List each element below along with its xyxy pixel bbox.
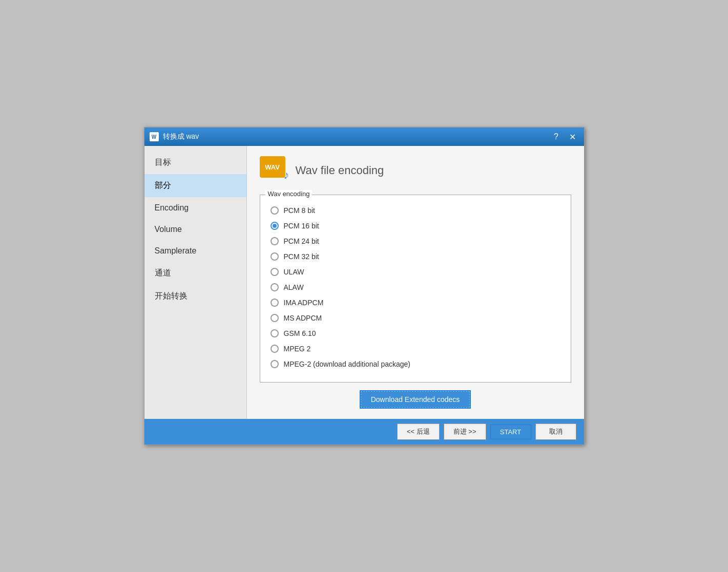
window-title: 转换成 wav [163, 132, 199, 141]
window-body: 目标部分EncodingVolumeSamplerate通道开始转换 WAV ♪… [144, 146, 584, 419]
radio-label-mpeg2_ext: MPEG-2 (download additional package) [284, 360, 410, 368]
encoding-group-label: Wav encoding [265, 190, 313, 198]
wav-icon-text: WAV [265, 163, 280, 171]
radio-option-pcm16[interactable]: PCM 16 bit [271, 218, 560, 234]
radio-option-pcm32[interactable]: PCM 32 bit [271, 249, 560, 264]
radio-option-pcm8[interactable]: PCM 8 bit [271, 203, 560, 218]
sidebar-item-channel[interactable]: 通道 [144, 262, 246, 285]
download-section: Download Extended codecs [260, 390, 571, 409]
radio-ms_adpcm[interactable] [271, 314, 279, 322]
window-footer: << 后退 前进 >> START 取消 [144, 419, 584, 444]
radio-label-mpeg2: MPEG 2 [284, 345, 311, 353]
radio-label-pcm24: PCM 24 bit [284, 237, 319, 245]
radio-ima_adpcm[interactable] [271, 299, 279, 307]
radio-option-ima_adpcm[interactable]: IMA ADPCM [271, 295, 560, 310]
radio-option-ms_adpcm[interactable]: MS ADPCM [271, 310, 560, 326]
radio-option-gsm610[interactable]: GSM 6.10 [271, 326, 560, 341]
help-button[interactable]: ? [550, 131, 563, 143]
radio-label-ms_adpcm: MS ADPCM [284, 314, 322, 322]
wav-icon: WAV ♪ [260, 156, 288, 184]
radio-mpeg2[interactable] [271, 345, 279, 353]
radio-option-mpeg2[interactable]: MPEG 2 [271, 341, 560, 356]
cancel-button[interactable]: 取消 [535, 423, 576, 440]
sidebar-item-start[interactable]: 开始转换 [144, 285, 246, 308]
download-extended-codecs-button[interactable]: Download Extended codecs [360, 390, 471, 409]
radio-pcm8[interactable] [271, 206, 279, 215]
radio-mpeg2_ext[interactable] [271, 360, 279, 368]
radio-option-pcm24[interactable]: PCM 24 bit [271, 234, 560, 249]
radio-label-pcm16: PCM 16 bit [284, 222, 319, 230]
radio-label-gsm610: GSM 6.10 [284, 329, 316, 337]
sidebar-item-target[interactable]: 目标 [144, 151, 246, 174]
window-icon: W [150, 132, 159, 141]
wav-icon-inner: WAV ♪ [260, 156, 285, 178]
next-button[interactable]: 前进 >> [444, 423, 486, 440]
sidebar-item-encoding[interactable]: Encoding [144, 197, 246, 219]
back-button[interactable]: << 后退 [397, 423, 440, 440]
sidebar-item-volume[interactable]: Volume [144, 219, 246, 240]
radio-label-ulaw: ULAW [284, 268, 304, 276]
sidebar-item-samplerate[interactable]: Samplerate [144, 240, 246, 262]
encoding-box: Wav encoding PCM 8 bitPCM 16 bitPCM 24 b… [260, 195, 571, 383]
start-button[interactable]: START [490, 425, 531, 439]
radio-option-alaw[interactable]: ALAW [271, 280, 560, 295]
radio-ulaw[interactable] [271, 268, 279, 276]
page-title: Wav file encoding [296, 164, 384, 177]
sidebar: 目标部分EncodingVolumeSamplerate通道开始转换 [144, 146, 247, 419]
sidebar-item-section[interactable]: 部分 [144, 174, 246, 197]
radio-alaw[interactable] [271, 283, 279, 291]
main-content: WAV ♪ Wav file encoding Wav encoding PCM… [247, 146, 584, 419]
close-button[interactable]: ✕ [567, 131, 579, 143]
radio-label-pcm8: PCM 8 bit [284, 206, 315, 215]
main-window: W 转换成 wav ? ✕ 目标部分EncodingVolumeSamplera… [144, 127, 585, 445]
title-bar-controls: ? ✕ [550, 131, 579, 143]
radio-label-pcm32: PCM 32 bit [284, 252, 319, 261]
radio-pcm16[interactable] [271, 222, 279, 230]
title-bar-left: W 转换成 wav [150, 132, 199, 141]
radio-pcm32[interactable] [271, 252, 279, 261]
radio-option-mpeg2_ext[interactable]: MPEG-2 (download additional package) [271, 356, 560, 372]
page-header: WAV ♪ Wav file encoding [260, 156, 571, 184]
music-note-icon: ♪ [284, 168, 289, 182]
radio-label-alaw: ALAW [284, 283, 304, 291]
radio-gsm610[interactable] [271, 329, 279, 337]
radio-option-ulaw[interactable]: ULAW [271, 264, 560, 280]
title-bar: W 转换成 wav ? ✕ [144, 128, 584, 146]
radio-pcm24[interactable] [271, 237, 279, 245]
radio-label-ima_adpcm: IMA ADPCM [284, 299, 324, 307]
